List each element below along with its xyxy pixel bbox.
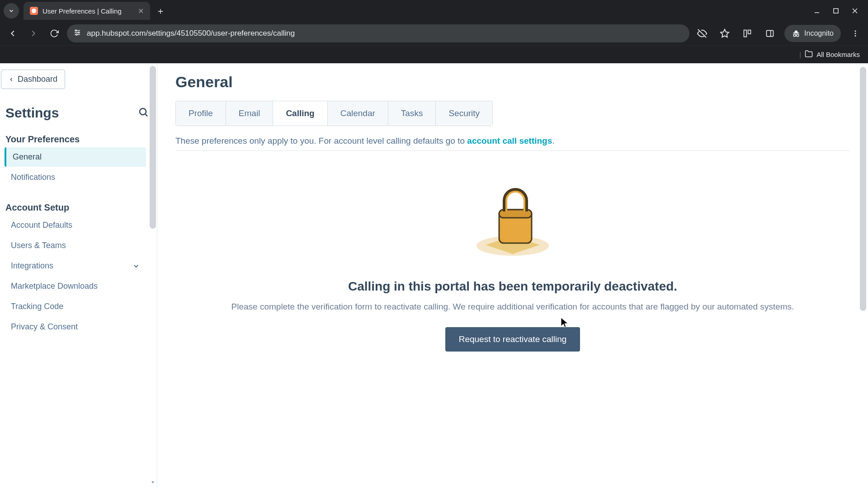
chevron-down-icon bbox=[8, 8, 14, 14]
tab-security[interactable]: Security bbox=[436, 101, 492, 126]
empty-state-body: Please complete the verification form to… bbox=[231, 302, 794, 312]
close-window-icon[interactable] bbox=[852, 8, 858, 14]
preferences-tabs: Profile Email Calling Calendar Tasks Sec… bbox=[175, 101, 493, 126]
kebab-menu-icon[interactable] bbox=[847, 25, 863, 42]
chevron-left-icon bbox=[9, 77, 14, 82]
lock-icon bbox=[467, 174, 558, 259]
tab-profile[interactable]: Profile bbox=[176, 101, 226, 126]
incognito-indicator[interactable]: Incognito bbox=[784, 25, 841, 42]
forward-button[interactable] bbox=[25, 25, 42, 42]
search-icon bbox=[138, 107, 149, 117]
svg-point-9 bbox=[78, 32, 80, 33]
sidebar-item-users-teams[interactable]: Users & Teams bbox=[3, 236, 146, 255]
sidebar-section-account-setup: Account Setup bbox=[5, 202, 149, 213]
tab-calling[interactable]: Calling bbox=[273, 101, 327, 126]
sidebar-item-privacy-consent[interactable]: Privacy & Consent bbox=[3, 317, 146, 337]
tab-title: User Preferences | Calling bbox=[42, 7, 133, 15]
bookmark-star-icon[interactable] bbox=[717, 25, 733, 42]
sidebar-item-label: Marketplace Downloads bbox=[11, 282, 98, 291]
new-tab-button[interactable]: ＋ bbox=[154, 4, 167, 18]
sidebar-item-marketplace-downloads[interactable]: Marketplace Downloads bbox=[3, 277, 146, 296]
settings-heading: Settings bbox=[5, 105, 59, 121]
close-tab-icon[interactable]: ✕ bbox=[138, 7, 144, 15]
page-title: General bbox=[175, 73, 850, 91]
svg-rect-14 bbox=[748, 30, 751, 34]
note-text: . bbox=[552, 136, 554, 145]
window-controls bbox=[814, 8, 864, 14]
search-settings-button[interactable] bbox=[138, 107, 149, 119]
main-content: General Profile Email Calling Calendar T… bbox=[157, 63, 868, 488]
tab-label: Calling bbox=[286, 108, 314, 118]
incognito-icon bbox=[792, 29, 801, 38]
browser-tab-active[interactable]: User Preferences | Calling ✕ bbox=[24, 2, 150, 20]
svg-point-10 bbox=[76, 34, 77, 35]
bookmarks-bar: | All Bookmarks bbox=[0, 45, 868, 63]
request-reactivate-button[interactable]: Request to reactivate calling bbox=[445, 327, 580, 352]
side-panel-icon[interactable] bbox=[762, 25, 778, 42]
chevron-down-icon bbox=[132, 263, 140, 270]
minimize-icon[interactable] bbox=[814, 8, 820, 14]
site-settings-icon[interactable] bbox=[73, 28, 81, 38]
svg-point-18 bbox=[797, 34, 799, 37]
tab-label: Security bbox=[448, 108, 480, 118]
back-button[interactable] bbox=[5, 25, 21, 42]
browser-toolbar: app.hubspot.com/settings/45105500/user-p… bbox=[0, 22, 868, 45]
preferences-note: These preferences only apply to you. For… bbox=[175, 136, 850, 146]
sidebar-item-general[interactable]: General bbox=[5, 147, 146, 167]
lock-illustration bbox=[467, 174, 558, 261]
tab-tasks[interactable]: Tasks bbox=[388, 101, 436, 126]
svg-rect-13 bbox=[744, 30, 747, 37]
url-text: app.hubspot.com/settings/45105500/user-p… bbox=[87, 29, 295, 38]
sidebar-item-tracking-code[interactable]: Tracking Code bbox=[3, 297, 146, 316]
sidebar-item-account-defaults[interactable]: Account Defaults bbox=[3, 216, 146, 235]
incognito-label: Incognito bbox=[804, 29, 834, 38]
tab-strip: User Preferences | Calling ✕ ＋ bbox=[0, 0, 868, 22]
app-root: Dashboard Settings Your Preferences Gene… bbox=[0, 63, 868, 488]
sidebar-item-label: Integrations bbox=[11, 261, 53, 271]
svg-point-21 bbox=[855, 33, 856, 34]
tab-email[interactable]: Email bbox=[226, 101, 274, 126]
back-to-dashboard-button[interactable]: Dashboard bbox=[1, 70, 65, 89]
sidebar-item-label: Tracking Code bbox=[11, 302, 63, 311]
sidebar-scrollbar[interactable] bbox=[150, 66, 156, 229]
sidebar-scroll-down-icon[interactable] bbox=[150, 479, 156, 485]
sidebar-section-your-preferences: Your Preferences bbox=[5, 134, 149, 145]
tab-label: Profile bbox=[189, 108, 213, 118]
main-scrollbar[interactable] bbox=[860, 67, 866, 311]
svg-point-23 bbox=[140, 108, 146, 115]
svg-marker-12 bbox=[721, 29, 729, 37]
tab-label: Tasks bbox=[401, 108, 423, 118]
svg-point-0 bbox=[32, 9, 36, 13]
svg-rect-15 bbox=[767, 30, 774, 36]
sidebar-item-integrations[interactable]: Integrations bbox=[3, 256, 146, 276]
tab-search-dropdown[interactable] bbox=[4, 3, 19, 19]
address-bar[interactable]: app.hubspot.com/settings/45105500/user-p… bbox=[67, 24, 689, 42]
maximize-icon[interactable] bbox=[833, 8, 839, 14]
svg-line-24 bbox=[146, 114, 147, 116]
reload-button[interactable] bbox=[46, 25, 62, 42]
note-text: These preferences only apply to you. For… bbox=[175, 136, 467, 145]
sidebar-item-label: Users & Teams bbox=[11, 241, 66, 250]
account-call-settings-link[interactable]: account call settings bbox=[467, 136, 552, 145]
sidebar-item-label: Account Defaults bbox=[11, 221, 72, 230]
svg-rect-2 bbox=[834, 9, 838, 13]
empty-state-heading: Calling in this portal has been temporar… bbox=[348, 279, 677, 294]
divider bbox=[175, 150, 850, 151]
sidebar-item-notifications[interactable]: Notifications bbox=[3, 168, 146, 187]
all-bookmarks-link[interactable]: All Bookmarks bbox=[816, 51, 860, 58]
svg-point-17 bbox=[793, 34, 796, 37]
settings-sidebar: Dashboard Settings Your Preferences Gene… bbox=[0, 63, 157, 488]
folder-icon bbox=[805, 50, 813, 59]
hubspot-favicon-icon bbox=[30, 7, 38, 15]
tab-label: Email bbox=[239, 108, 260, 118]
svg-point-8 bbox=[75, 30, 77, 31]
sidebar-item-label: General bbox=[13, 152, 42, 162]
browser-chrome: User Preferences | Calling ✕ ＋ app.hubsp… bbox=[0, 0, 868, 63]
svg-point-20 bbox=[855, 30, 856, 32]
tab-calendar[interactable]: Calendar bbox=[328, 101, 388, 126]
eye-off-icon[interactable] bbox=[694, 25, 710, 42]
media-control-icon[interactable] bbox=[739, 25, 755, 42]
svg-point-22 bbox=[855, 35, 856, 37]
tab-label: Calendar bbox=[340, 108, 375, 118]
bookmarks-divider: | bbox=[799, 51, 801, 58]
